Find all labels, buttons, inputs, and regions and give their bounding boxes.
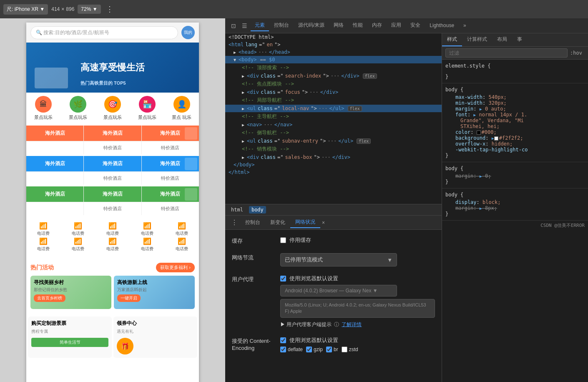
promo-card-2-button[interactable]: 一键开启 [117, 294, 141, 302]
tab-elements[interactable]: 元素 [251, 20, 269, 31]
bottom-tab-network[interactable]: 网络状况 [290, 217, 320, 228]
promo-card-2[interactable]: 高铁游新上线 万家酒店85折起 一键开启 [114, 276, 195, 309]
hotel-cell-special[interactable]: 特价酒店 [142, 172, 199, 185]
devtools-responsive-icon[interactable]: ☰ [239, 21, 250, 31]
more-options-icon[interactable]: ⋮ [106, 5, 113, 14]
dom-line-comment1[interactable]: <!-- 顶部搜索 --> [225, 63, 442, 72]
ua-dropdown[interactable]: Android (4.0.2) Browser — Galaxy Nex ▼ [280, 285, 397, 297]
dom-line-focus[interactable]: ▶ <div class="focus"> ··· </div> [225, 88, 442, 96]
styles-tab-layout[interactable]: 布局 [492, 33, 512, 46]
dom-line-body-close[interactable]: </body> [225, 161, 442, 168]
use-browser-ua-checkbox[interactable] [280, 276, 286, 281]
hotel-cell-special[interactable]: 特价酒店 [142, 141, 199, 154]
search-input[interactable]: 🔍 搜索:目的地/酒店/景点/航班号 [30, 26, 178, 39]
nav-icon-item-5[interactable]: 👤 景点 玩乐 [164, 96, 199, 121]
promo-card-1[interactable]: 寻找美丽乡村 那些记得住的乡愁 去首页乡村榜 [30, 276, 111, 309]
deflate-checkbox[interactable] [280, 347, 286, 352]
phone-item-5[interactable]: 📶 电话费 📶 电话费 [164, 220, 199, 254]
bottom-dots-icon[interactable]: ⋮ [229, 217, 240, 228]
promo-card-1-button[interactable]: 去首页乡村榜 [34, 294, 65, 302]
purchase-card-2[interactable]: 领券中心 遇见有礼 🎁 [113, 317, 197, 358]
tab-application[interactable]: 应用 [387, 20, 405, 31]
dom-line-comment3[interactable]: <!-- 局部导航栏 --> [225, 96, 442, 105]
close-tab-icon[interactable]: × [320, 220, 327, 226]
device-selector[interactable]: 尺: iPhone XR ▼ [3, 4, 48, 15]
nav-icon-circle-3: 🎯 [104, 96, 121, 113]
throttle-select[interactable]: 已停用节流模式 ▼ [280, 253, 397, 266]
avatar-icon[interactable]: 我的 [181, 26, 195, 39]
learn-more-link[interactable]: 了解详情 [342, 321, 362, 328]
styles-tab-event[interactable]: 事 [512, 33, 527, 46]
dom-line-html-close[interactable]: </html> [225, 168, 442, 176]
dom-line-sales[interactable]: ▶ <div class="sales-box"> ··· </div> [225, 153, 442, 161]
hotel-cell[interactable]: 海外酒店 [142, 126, 199, 141]
style-prop-maxwidth: max-width: 540px; [450, 94, 585, 100]
tab-security[interactable]: 安全 [406, 20, 425, 31]
nav-icon-item-1[interactable]: 🏛 景点玩乐 [26, 96, 61, 121]
hotel-cell[interactable]: 海外酒店 [142, 156, 199, 171]
phone-item-2[interactable]: 📶 电话费 📶 电话费 [61, 220, 95, 254]
dom-line-head[interactable]: ▶ <head> ··· </head> [225, 48, 442, 56]
bottom-tab-changes[interactable]: 新变化 [265, 217, 290, 228]
dom-line-comment2[interactable]: <!-- 焦点图模块 --> [225, 80, 442, 88]
zoom-selector[interactable]: 72% ▼ [78, 5, 101, 14]
style-prop-display: display: block; [450, 199, 585, 205]
phone-item-4[interactable]: 📶 电话费 📶 电话费 [130, 220, 164, 254]
tab-lighthouse[interactable]: Lighthouse [425, 21, 458, 31]
zstd-checkbox[interactable] [342, 347, 347, 352]
tab-sources[interactable]: 源代码/来源 [294, 20, 329, 31]
hotel-cell[interactable]: 海外酒店 [26, 126, 83, 141]
bottom-tab-console[interactable]: 控制台 [240, 217, 265, 228]
hotel-cell-special[interactable] [26, 141, 83, 154]
nav-icon-label-5: 景点 玩乐 [172, 114, 191, 121]
devtools-cursor-icon[interactable]: ⊡ [229, 21, 239, 31]
hotel-cell[interactable]: 海外酒店 [84, 126, 141, 141]
hotel-cell[interactable]: 海外酒店 [84, 156, 141, 171]
hotel-cell[interactable]: 海外酒店 [84, 186, 141, 202]
styles-tab-computed[interactable]: 计算样式 [462, 33, 492, 46]
dom-line-body[interactable]: ▼ <body> == $0 [225, 56, 442, 63]
hotel-cell[interactable]: 海外酒店 [142, 186, 199, 202]
nav-icon-item-3[interactable]: 🎯 景点玩乐 [95, 96, 130, 121]
tab-performance[interactable]: 性能 [349, 20, 367, 31]
styles-tab-styles[interactable]: 样式 [442, 33, 462, 46]
top-toolbar: 尺: iPhone XR ▼ 414 × 896 72% ▼ ⋮ [0, 0, 588, 18]
dom-line-comment5[interactable]: <!-- 侧导航栏 --> [225, 128, 442, 137]
hotel-cell-special[interactable]: 特价酒店 [84, 172, 141, 185]
dom-line-html[interactable]: <html lang="en"> [225, 41, 442, 48]
breadcrumb-html[interactable]: html [229, 206, 246, 214]
hotel-cell[interactable]: 海外酒店 [26, 156, 83, 171]
nav-icon-item-4[interactable]: 🏪 景点玩乐 [130, 96, 164, 121]
hotel-cell-special[interactable]: 特价酒店 [142, 202, 199, 215]
dom-line-doctype[interactable]: <!DOCTYPE html> [225, 33, 442, 41]
dom-line-subnav[interactable]: ▶ <ul class="subnav-entry"> ··· </ul> fl… [225, 137, 442, 145]
tab-network[interactable]: 网络 [329, 20, 348, 31]
hotel-cell-special[interactable]: 特价酒店 [84, 141, 141, 154]
dom-line-comment6[interactable]: <!-- 销售模块 --> [225, 145, 442, 153]
disable-cache-checkbox[interactable] [280, 237, 286, 243]
phone-item-3[interactable]: 📶 电话费 📶 电话费 [95, 220, 130, 254]
tab-memory[interactable]: 内存 [368, 20, 386, 31]
hotel-cell-special[interactable]: 特价酒店 [84, 202, 141, 215]
use-browser-encoding-checkbox[interactable] [280, 337, 286, 343]
phone-item-label: 电话费 [141, 231, 153, 236]
dom-line-local-nav[interactable]: ▶ <ul class="local-nav"> ··· </ul> flex [225, 105, 442, 112]
purchase-card-1[interactable]: 购买定制游景票 携程专属 简单生活节 [28, 317, 112, 358]
phone-item-1[interactable]: 📶 电话费 📶 电话费 [26, 220, 61, 254]
network-encoding-row: 接受的 Content-Encoding 使用浏览器默认设置 deflate [232, 337, 435, 352]
hov-toggle[interactable]: :hov [568, 49, 585, 57]
dom-line-nav[interactable]: ▶ <nav> ··· </nav> [225, 121, 442, 128]
dom-line-comment4[interactable]: <!-- 主导航栏 --> [225, 112, 442, 121]
hotel-cell[interactable]: 海外酒店 [26, 186, 83, 202]
gzip-checkbox[interactable] [306, 347, 312, 352]
hotel-cell-special[interactable] [26, 172, 83, 185]
nav-icon-item-2[interactable]: 🌿 景点玩乐 [61, 96, 95, 121]
br-checkbox[interactable] [326, 347, 332, 352]
promo-more-button[interactable]: 获取更多福利 › [156, 263, 195, 272]
dom-line-search[interactable]: ▶ <div class="search-index"> ··· </div> … [225, 72, 442, 80]
breadcrumb-body[interactable]: body [249, 206, 266, 214]
tab-console[interactable]: 控制台 [270, 20, 293, 31]
tab-more[interactable]: » [459, 21, 470, 31]
styles-filter-input[interactable] [445, 48, 568, 58]
hotel-cell-special[interactable] [26, 202, 83, 215]
